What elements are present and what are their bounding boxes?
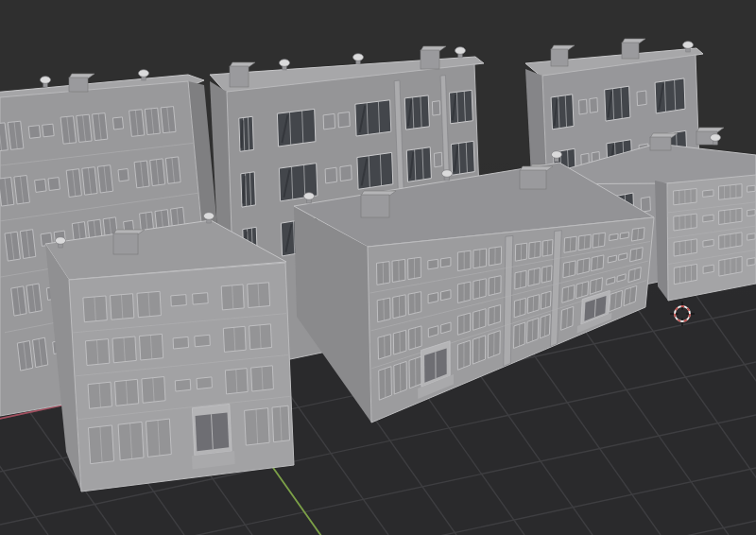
- viewport-canvas[interactable]: [0, 0, 756, 535]
- viewport-3d[interactable]: [0, 0, 756, 535]
- building-front-left[interactable]: [45, 213, 294, 492]
